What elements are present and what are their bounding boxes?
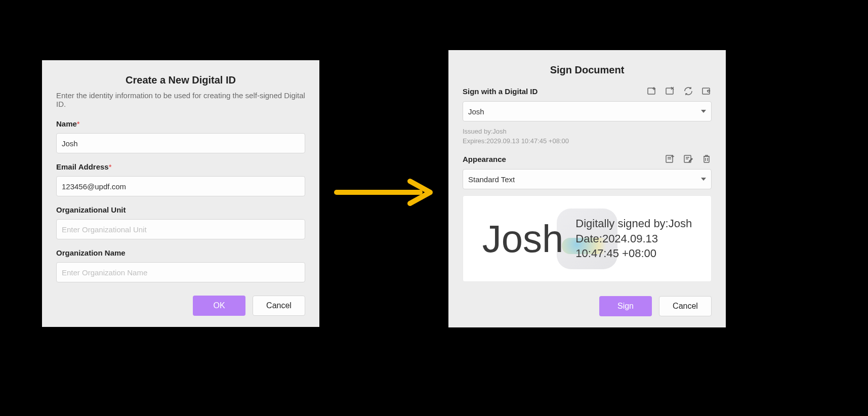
chevron-down-icon bbox=[701, 110, 706, 113]
email-label: Email Address* bbox=[56, 162, 305, 171]
appearance-selected: Standard Text bbox=[468, 175, 515, 184]
cancel-button[interactable]: Cancel bbox=[659, 296, 712, 316]
svg-rect-15 bbox=[704, 156, 709, 162]
button-row: Sign Cancel bbox=[463, 296, 712, 316]
create-digital-id-dialog: Create a New Digital ID Enter the identi… bbox=[42, 60, 319, 327]
org-name-field[interactable] bbox=[56, 262, 305, 282]
digital-id-selected: Josh bbox=[468, 107, 484, 116]
refresh-icon[interactable] bbox=[683, 86, 693, 96]
cancel-button[interactable]: Cancel bbox=[253, 296, 305, 316]
delete-appearance-icon[interactable] bbox=[701, 154, 712, 164]
digital-id-select[interactable]: Josh bbox=[463, 101, 712, 121]
org-unit-field[interactable] bbox=[56, 219, 305, 239]
signature-preview: Josh Digitally signed by:Josh Date:2024.… bbox=[463, 195, 712, 282]
edit-appearance-icon[interactable] bbox=[683, 154, 693, 164]
name-field[interactable] bbox=[56, 133, 305, 153]
view-id-icon[interactable] bbox=[701, 86, 712, 96]
sign-document-dialog: Sign Document Sign with a Digital ID Jos… bbox=[448, 50, 726, 327]
issued-by-text: Issued by:Josh bbox=[463, 128, 712, 135]
expires-text: Expires:2029.09.13 10:47:45 +08:00 bbox=[463, 137, 712, 145]
org-name-label: Organization Name bbox=[56, 248, 305, 257]
chevron-down-icon bbox=[701, 178, 706, 181]
appearance-select[interactable]: Standard Text bbox=[463, 169, 712, 189]
sign-button[interactable]: Sign bbox=[599, 296, 652, 316]
name-label: Name* bbox=[56, 119, 305, 128]
sign-with-label: Sign with a Digital ID bbox=[463, 87, 538, 96]
ok-button[interactable]: OK bbox=[193, 296, 245, 316]
add-id-icon[interactable] bbox=[647, 86, 657, 96]
dialog-title: Create a New Digital ID bbox=[56, 74, 305, 86]
signature-name: Josh bbox=[482, 220, 564, 258]
appearance-label: Appearance bbox=[463, 155, 506, 163]
arrow-icon bbox=[334, 177, 435, 207]
dialog-title: Sign Document bbox=[463, 64, 712, 76]
button-row: OK Cancel bbox=[56, 296, 305, 316]
org-unit-label: Organizational Unit bbox=[56, 205, 305, 214]
import-id-icon[interactable] bbox=[665, 86, 675, 96]
add-appearance-icon[interactable] bbox=[665, 154, 675, 164]
signature-details: Digitally signed by:Josh Date:2024.09.13… bbox=[575, 216, 692, 261]
email-field[interactable] bbox=[56, 176, 305, 196]
id-icon-group bbox=[647, 86, 712, 96]
appearance-icon-group bbox=[665, 154, 712, 164]
dialog-subtitle: Enter the identity information to be use… bbox=[56, 91, 305, 108]
svg-rect-5 bbox=[702, 88, 710, 94]
